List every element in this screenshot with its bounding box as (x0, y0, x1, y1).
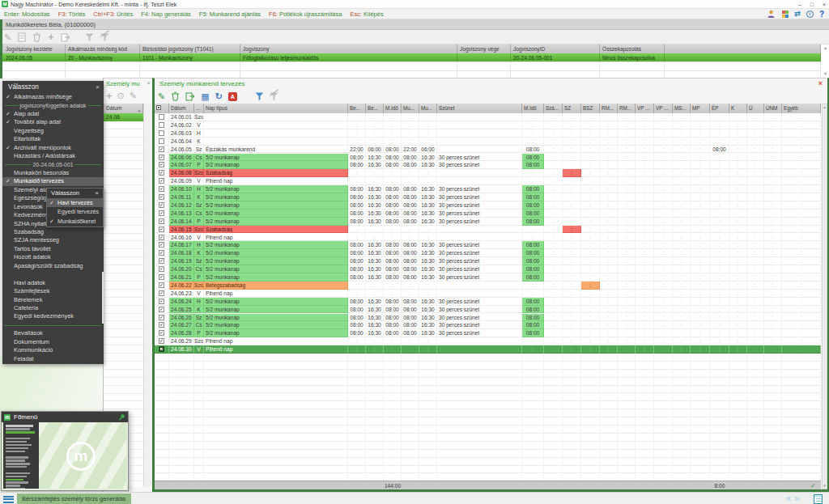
row-checkbox[interactable]: ✓ (159, 330, 164, 336)
grid-column-header[interactable]: BSZ (581, 104, 600, 113)
sidebar-item[interactable]: Szabadság (2, 228, 104, 236)
row-checkbox[interactable]: ✓ (159, 242, 164, 248)
edit-icon[interactable]: ✎ (130, 91, 137, 101)
sidebar-item[interactable]: Munkaköri besorolás (2, 169, 104, 177)
sidebar-item[interactable]: ✓Munkaidő tervezés (2, 177, 104, 185)
schedule-row[interactable]: ✓24.06.14P5/2 munkanap30 perces szünet08… (155, 218, 821, 226)
sidebar-item[interactable]: Feladat (2, 355, 104, 363)
delete-icon[interactable] (32, 32, 41, 42)
grid-column-header[interactable]: Mu... (419, 104, 437, 113)
employment-column-header[interactable]: Biztosítási jogviszony (T1041) (140, 44, 240, 53)
schedule-row[interactable]: ✓24.06.05SzÉjszakás munkarend22:0006:000… (155, 146, 821, 154)
row-checkbox[interactable]: ✓ (159, 170, 164, 176)
grid-column-header[interactable] (155, 104, 169, 113)
schedule-row[interactable]: 24.06.01Szo:::::::::::::::::::: (155, 113, 821, 121)
scroll-down-icon[interactable]: ▼ (823, 484, 827, 488)
shortcut-item[interactable]: F4:Nap generálás (141, 11, 191, 18)
sidebar-item[interactable]: ✓További alap adat (2, 118, 104, 126)
submenu-item[interactable]: ✓Munkaidőkeret (47, 217, 103, 226)
calendar-icon[interactable]: A (228, 92, 237, 101)
grid-column-header[interactable]: ÉP (710, 104, 729, 113)
scroll-up-icon[interactable]: ▲ (823, 45, 827, 50)
grid-column-header[interactable]: RM... (618, 104, 636, 113)
schedule-row[interactable]: ✓24.06.28P5/2 munkanap30 perces szünet08… (155, 329, 821, 337)
grid-column-header[interactable]: Szá... (544, 104, 563, 113)
shortcut-item[interactable]: F3:Törlés (58, 11, 86, 18)
schedule-row[interactable]: ✓24.06.30VPihenő nap:::::::::::::::::::: (155, 345, 821, 354)
row-checkbox[interactable] (159, 138, 164, 144)
sidebar-item[interactable]: ✓Alkalmazás minősége (2, 93, 104, 101)
sync-icon[interactable]: ⇄ (794, 10, 801, 19)
sidebar-item[interactable]: Számfejtések (2, 287, 104, 295)
close-icon[interactable]: × (96, 81, 100, 93)
close-button[interactable]: × (823, 0, 826, 9)
schedule-row[interactable]: ✓24.06.13Cs5/2 munkanap30 perces szünet0… (155, 210, 821, 218)
row-checkbox[interactable]: ✓ (159, 162, 164, 167)
sidebar-item[interactable]: Apasági/szülői szabadság (2, 262, 104, 270)
schedule-row[interactable]: ✓24.06.27Cs5/2 munkanap30 perces szünet0… (155, 321, 821, 329)
schedule-row[interactable]: ✓24.06.16VPihenő nap:::::::::::::::::::: (155, 234, 821, 242)
view-document-icon[interactable] (18, 32, 26, 42)
calculator-icon[interactable] (814, 494, 823, 504)
schedule-row[interactable]: 24.06.02V:::::::::::::::::::: (155, 121, 821, 129)
shortcut-item[interactable]: Ctrl+F3:Ürítés (93, 11, 133, 18)
row-checkbox[interactable]: ✓ (159, 155, 164, 160)
close-icon[interactable]: × (95, 188, 99, 198)
row-checkbox[interactable]: ✓ (159, 227, 164, 232)
modules-icon[interactable] (781, 11, 789, 18)
table-icon[interactable]: ▦ (201, 91, 209, 102)
schedule-row[interactable]: 24.06.04K:::::::::::::::::::: (155, 138, 821, 146)
row-checkbox[interactable]: ✓ (159, 266, 164, 272)
row-checkbox[interactable]: ✓ (159, 146, 164, 152)
sidebar-item[interactable]: SZJA mentesség (2, 236, 104, 244)
employment-column-header[interactable]: Jogviszony kezdete (3, 44, 66, 53)
view-icon[interactable]: ⊙ (117, 91, 125, 101)
employment-column-header[interactable] (665, 44, 821, 53)
sidebar-item[interactable]: ✓Alap adat (2, 110, 104, 118)
grid-column-header[interactable]: ... (194, 104, 204, 113)
row-checkbox[interactable]: ✓ (159, 250, 164, 256)
schedule-row[interactable]: ✓24.06.21P5/2 munkanap30 perces szünet08… (155, 273, 821, 282)
grid-column-header[interactable]: Be... (366, 104, 384, 113)
row-checkbox[interactable]: ✓ (159, 186, 164, 192)
schedule-row[interactable]: ✓24.06.29SzoPihenő nap::::::::::::::::::… (155, 337, 821, 345)
clear-filter-icon[interactable] (270, 89, 278, 104)
employment-row[interactable]: 2024.06.0520 - Munkaviszony1101 - Munkav… (0, 53, 821, 62)
add-icon[interactable]: + (106, 91, 113, 101)
scroll-up-icon[interactable]: ▲ (823, 105, 827, 109)
grid-column-header[interactable]: Be... (348, 104, 366, 113)
schedule-row[interactable]: ✓24.06.06Cs5/2 munkanap30 perces szünet0… (155, 154, 821, 162)
row-checkbox[interactable]: ✓ (159, 282, 164, 288)
sidebar-item[interactable]: Házastárs / Adóstársak (2, 152, 104, 160)
row-checkbox[interactable]: ✓ (159, 315, 164, 320)
schedule-row[interactable]: 24.06.03H:::::::::::::::::::: (155, 129, 821, 138)
row-checkbox[interactable]: ✓ (159, 235, 164, 240)
schedule-row[interactable]: ✓24.06.24H5/2 munkanap30 perces szünet08… (155, 298, 821, 306)
sidebar-item[interactable]: Eltartottak (2, 135, 104, 143)
employment-column-header[interactable]: JogviszonyID (511, 44, 600, 53)
sidebar-item[interactable]: Bevallások (2, 329, 104, 337)
row-checkbox[interactable]: ✓ (159, 322, 164, 328)
delete-icon[interactable] (171, 91, 180, 101)
schedule-row[interactable]: ✓24.06.23VPihenő nap:::::::::::::::::::: (155, 290, 821, 298)
filter-icon[interactable] (255, 92, 264, 100)
sidebar-item[interactable]: Egyedi kedvezmények (2, 312, 104, 320)
filter-icon[interactable] (85, 33, 94, 41)
clear-filter-icon[interactable] (100, 30, 109, 44)
maximize-button[interactable]: □ (810, 0, 814, 9)
sidebar-item[interactable]: ✓Archivált menüpontok (2, 144, 104, 152)
back-icon[interactable]: « (786, 493, 795, 504)
grid-column-header[interactable]: MP (691, 104, 710, 113)
main-menu-tree[interactable] (3, 422, 39, 489)
schedule-row[interactable]: ✓24.06.22SzoBetegszabadság::::::::::::::… (155, 282, 821, 290)
sidebar-item[interactable]: Hozott adatok (2, 253, 104, 261)
sidebar-item[interactable]: Tartós távollét (2, 245, 104, 253)
schedule-row[interactable]: ✓24.06.07P5/2 munkanap30 perces szünet08… (155, 161, 821, 169)
shortcut-item[interactable]: F6:Pótlékok újraszámítása (269, 11, 342, 18)
month-row-selected[interactable]: 24.06 (104, 113, 143, 121)
schedule-row[interactable]: ✓24.06.26Sz5/2 munkanap30 perces szünet0… (155, 314, 821, 322)
edit-icon[interactable]: ✎ (4, 32, 11, 43)
sidebar-item[interactable]: Cafeteria (2, 304, 104, 312)
refresh-icon[interactable]: ↻ (215, 91, 223, 102)
schedule-row[interactable]: ✓24.06.25K5/2 munkanap30 perces szünet08… (155, 306, 821, 314)
